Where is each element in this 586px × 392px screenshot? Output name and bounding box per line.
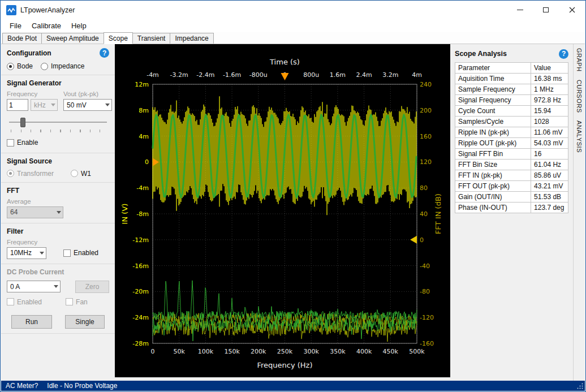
dc-probe-current-value: 0 A	[10, 283, 20, 291]
filter-section: Filter Frequency 10MHz Enabled	[1, 223, 115, 264]
frequency-input[interactable]	[7, 99, 28, 111]
dc-enabled-checkbox[interactable]: Enabled	[7, 298, 42, 306]
enable-checkbox[interactable]: Enable	[7, 139, 38, 147]
frequency-unit-select[interactable]: kHz	[31, 99, 58, 111]
close-icon	[569, 7, 575, 13]
fft-axis-tick-label: 0	[420, 236, 424, 244]
param-value: 972.8 Hz	[531, 95, 568, 106]
menu-bar: FileCalibrateHelp	[1, 19, 585, 32]
param-value: 51.53 dB	[531, 192, 568, 203]
frequency-unit-value: kHz	[34, 101, 46, 109]
dc-probe-title: DC Probe Current	[7, 268, 109, 276]
frequency-tick-label: 500k	[409, 348, 425, 355]
tab-transient[interactable]: Transient	[132, 33, 171, 44]
radio-selected-icon	[7, 170, 14, 177]
fan-label: Fan	[76, 298, 88, 306]
time-tick-label: -800u	[249, 71, 268, 79]
tab-scope[interactable]: Scope	[104, 32, 133, 44]
tab-bar: Bode PlotSweep AmplitudeScopeTransientIm…	[1, 32, 585, 44]
status-bar: AC Meter? Idle - No Probe Voltage	[1, 381, 585, 391]
help-icon[interactable]: ?	[100, 48, 109, 58]
run-button[interactable]: Run	[11, 315, 52, 329]
radio-transformer[interactable]: Transformer	[7, 170, 54, 178]
average-value: 64	[10, 208, 18, 216]
param-name: FFT OUT (pk-pk)	[455, 181, 531, 192]
app-window: LTpowerAnalyzer FileCalibrateHelp Bode P…	[0, 0, 586, 392]
enable-label: Enable	[17, 139, 38, 147]
radio-impedance-label: Impedance	[51, 62, 84, 70]
chevron-down-icon	[54, 285, 58, 288]
chevron-down-icon	[40, 252, 44, 255]
tab-impedance[interactable]: Impedance	[170, 33, 213, 44]
minimize-button[interactable]	[507, 1, 533, 19]
in-axis-tick-label: -8m	[136, 210, 149, 218]
param-name: Signal FFT Bin	[455, 149, 531, 160]
filter-frequency-value: 10MHz	[10, 249, 32, 257]
column-header-parameter: Parameter	[455, 63, 531, 74]
analysis-table: ParameterValue Aquisition Time16.38 msSa…	[455, 62, 568, 213]
fft-section: FFT Average 64	[1, 183, 115, 223]
table-row: Ripple OUT (pk-pk)54.03 mV	[455, 138, 568, 149]
tab-sweep-amplitude[interactable]: Sweep Amplitude	[41, 33, 104, 44]
dc-probe-current-select[interactable]: 0 A	[7, 281, 61, 292]
slider-thumb[interactable]	[20, 118, 25, 127]
fft-axis-tick-label: -80	[420, 288, 430, 295]
average-select[interactable]: 64	[7, 206, 63, 218]
menu-help[interactable]: Help	[66, 19, 92, 32]
zero-button[interactable]: Zero	[75, 281, 109, 293]
window-title: LTpowerAnalyzer	[20, 6, 75, 14]
amplitude-slider[interactable]	[9, 118, 107, 133]
radio-w1[interactable]: W1	[71, 170, 91, 178]
in-axis-tick-label: -4m	[136, 184, 149, 192]
param-value: 61.04 Hz	[531, 160, 568, 170]
chevron-down-icon	[51, 104, 55, 106]
time-cursor-marker[interactable]	[281, 73, 289, 80]
param-name: Signal Frequency	[455, 95, 531, 106]
help-icon[interactable]: ?	[559, 49, 568, 59]
frequency-axis-title: Frequency (Hz)	[257, 361, 313, 369]
vout-select[interactable]: 50 mV	[63, 99, 112, 111]
side-tab-analysis[interactable]: ANALYSIS	[576, 117, 583, 157]
configuration-title: Configuration	[7, 49, 51, 57]
checkbox-icon	[66, 298, 73, 305]
time-tick-label: 800u	[303, 71, 319, 79]
frequency-tick-label: 300k	[304, 348, 320, 355]
average-label: Average	[7, 198, 109, 205]
param-value: 11.06 mV	[531, 127, 568, 138]
scope-plot[interactable]: -4m-3.2m-2.4m-1.6m-800u0800u1.6m2.4m3.2m…	[115, 44, 450, 377]
radio-unselected-icon	[71, 170, 78, 177]
menu-calibrate[interactable]: Calibrate	[27, 19, 66, 32]
fft-axis-tick-label: 40	[420, 210, 428, 218]
fft-level-marker[interactable]	[410, 236, 417, 244]
filter-frequency-select[interactable]: 10MHz	[7, 247, 46, 259]
in-axis-tick-label: -24m	[132, 314, 149, 321]
frequency-tick-label: 0	[151, 348, 155, 355]
app-icon	[6, 5, 16, 15]
frequency-tick-label: 450k	[383, 348, 399, 355]
side-tab-graph[interactable]: GRAPH	[576, 44, 583, 76]
side-tab-cursors[interactable]: CURSORS	[576, 76, 583, 117]
table-row: Aquisition Time16.38 ms	[455, 74, 568, 84]
radio-unselected-icon	[41, 63, 48, 70]
configuration-section: Configuration ? Bode Impedance	[1, 44, 115, 75]
signal-source-section: Signal Source Transformer W1	[1, 153, 115, 183]
param-name: Gain (OUT/IN)	[455, 192, 531, 203]
in-axis-tick-label: 4m	[139, 133, 149, 140]
fft-axis-tick-label: -160	[420, 340, 434, 347]
radio-bode[interactable]: Bode	[7, 62, 33, 70]
param-name: FFT IN (pk-pk)	[455, 170, 531, 181]
resize-grip-icon[interactable]	[576, 382, 584, 390]
maximize-button[interactable]	[533, 1, 559, 19]
chevron-down-icon	[105, 104, 110, 106]
menu-file[interactable]: File	[5, 19, 27, 32]
param-name: FFT Bin Size	[455, 160, 531, 170]
frequency-tick-label: 150k	[224, 348, 240, 355]
close-button[interactable]	[559, 1, 585, 19]
fft-title: FFT	[7, 187, 109, 195]
fft-axis-title: FFT IN (dB)	[434, 193, 442, 234]
filter-enabled-checkbox[interactable]: Enabled	[63, 249, 98, 257]
fan-checkbox[interactable]: Fan	[66, 298, 88, 306]
radio-impedance[interactable]: Impedance	[41, 62, 84, 70]
single-button[interactable]: Single	[65, 315, 105, 329]
tab-bode-plot[interactable]: Bode Plot	[2, 33, 42, 44]
